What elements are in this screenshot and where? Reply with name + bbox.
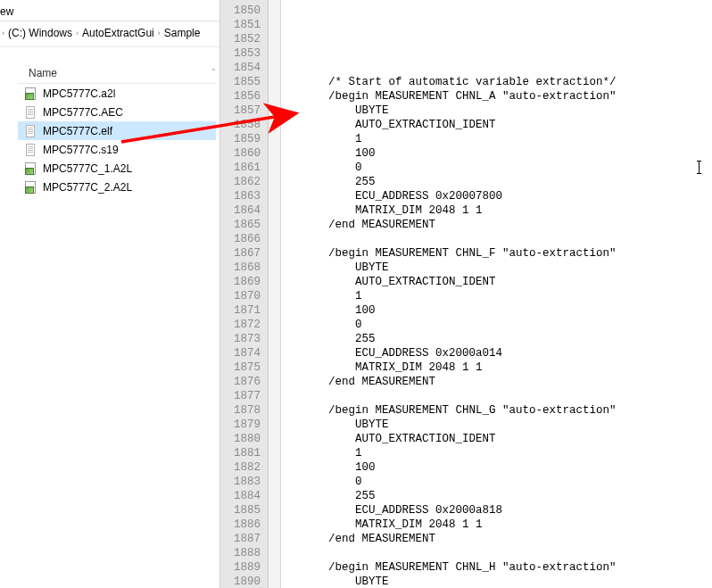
code-line bbox=[288, 232, 712, 246]
code-line: /begin MEASUREMENT CHNL_F "auto-extracti… bbox=[288, 246, 712, 261]
code-line: /end MEASUREMENT bbox=[288, 375, 712, 389]
line-number: 1853 bbox=[220, 46, 268, 61]
editor-margin bbox=[269, 0, 281, 588]
line-number: 1881 bbox=[220, 446, 268, 460]
line-number: 1859 bbox=[220, 132, 268, 146]
line-number: 1866 bbox=[220, 232, 268, 246]
line-number: 1868 bbox=[220, 261, 268, 275]
code-line: 255 bbox=[288, 332, 712, 346]
code-line: UBYTE bbox=[288, 104, 712, 118]
code-line: UBYTE bbox=[288, 418, 712, 432]
file-name: MPC5777C.a2l bbox=[43, 87, 115, 100]
line-number: 1885 bbox=[220, 503, 268, 518]
file-icon bbox=[23, 105, 37, 120]
line-number: 1888 bbox=[220, 546, 268, 560]
file-icon bbox=[23, 124, 37, 138]
file-explorer-pane: ew › (C:) Windows › AutoExtractGui › Sam… bbox=[0, 0, 220, 588]
file-row[interactable]: MPC5777C.elf bbox=[18, 121, 216, 140]
line-number: 1865 bbox=[220, 218, 268, 232]
line-number: 1890 bbox=[220, 575, 268, 588]
line-number: 1875 bbox=[220, 360, 268, 375]
code-line: 255 bbox=[288, 175, 712, 189]
code-line bbox=[288, 61, 712, 75]
line-number: 1880 bbox=[220, 432, 268, 446]
breadcrumb-segment[interactable]: Sample bbox=[164, 27, 201, 39]
code-line: /begin MEASUREMENT CHNL_G "auto-extracti… bbox=[288, 403, 712, 418]
line-number: 1882 bbox=[220, 460, 268, 475]
code-line: UBYTE bbox=[288, 575, 712, 588]
file-a2l-icon bbox=[23, 87, 37, 101]
line-number: 1874 bbox=[220, 346, 268, 360]
file-icon bbox=[23, 143, 37, 157]
breadcrumb-segment[interactable]: AutoExtractGui bbox=[82, 27, 154, 39]
code-line: AUTO_EXTRACTION_IDENT bbox=[288, 275, 712, 289]
code-line: /* Start of automatic variable extractio… bbox=[288, 75, 712, 89]
line-number: 1851 bbox=[220, 18, 268, 32]
line-number: 1870 bbox=[220, 289, 268, 303]
file-a2l-icon bbox=[23, 161, 37, 176]
line-number: 1887 bbox=[220, 532, 268, 546]
breadcrumb[interactable]: › (C:) Windows › AutoExtractGui › Sample bbox=[0, 27, 200, 39]
separator bbox=[0, 21, 220, 21]
line-number: 1877 bbox=[220, 389, 268, 403]
breadcrumb-segment[interactable]: (C:) Windows bbox=[8, 27, 72, 39]
code-line bbox=[288, 546, 712, 560]
line-number: 1850 bbox=[220, 4, 268, 18]
line-number: 1854 bbox=[220, 61, 268, 75]
code-line: 0 bbox=[288, 161, 712, 175]
line-number: 1858 bbox=[220, 118, 268, 132]
code-line: ECU_ADDRESS 0x2000a818 bbox=[288, 503, 712, 518]
file-row[interactable]: MPC5777C.AEC bbox=[18, 103, 216, 121]
code-line: MATRIX_DIM 2048 1 1 bbox=[288, 360, 712, 375]
code-line: /end MEASUREMENT bbox=[288, 218, 712, 232]
file-list-header[interactable]: Name ˄ bbox=[18, 62, 216, 84]
code-line: /end MEASUREMENT bbox=[288, 532, 712, 546]
code-area[interactable]: /* Start of automatic variable extractio… bbox=[281, 0, 712, 588]
file-row[interactable]: MPC5777C.a2l bbox=[18, 84, 216, 103]
column-header-name[interactable]: Name bbox=[18, 67, 158, 79]
code-line: MATRIX_DIM 2048 1 1 bbox=[288, 203, 712, 218]
line-number: 1864 bbox=[220, 203, 268, 218]
line-number: 1856 bbox=[220, 89, 268, 104]
line-number: 1869 bbox=[220, 275, 268, 289]
code-line: 0 bbox=[288, 318, 712, 332]
code-line bbox=[288, 389, 712, 403]
line-number: 1876 bbox=[220, 375, 268, 389]
chevron-right-icon: › bbox=[76, 29, 79, 37]
line-number: 1860 bbox=[220, 146, 268, 161]
line-number: 1861 bbox=[220, 161, 268, 175]
line-number-gutter: 1850185118521853185418551856185718581859… bbox=[220, 0, 269, 588]
chevron-right-icon: › bbox=[158, 29, 161, 37]
view-label: ew bbox=[0, 5, 13, 18]
file-list: Name ˄ MPC5777C.a2lMPC5777C.AECMPC5777C.… bbox=[18, 62, 216, 196]
code-line: /begin MEASUREMENT CHNL_H "auto-extracti… bbox=[288, 560, 712, 575]
code-line: ECU_ADDRESS 0x2000a014 bbox=[288, 346, 712, 360]
line-number: 1855 bbox=[220, 75, 268, 89]
code-line: UBYTE bbox=[288, 261, 712, 275]
line-number: 1871 bbox=[220, 303, 268, 318]
line-number: 1862 bbox=[220, 175, 268, 189]
line-number: 1886 bbox=[220, 518, 268, 532]
code-line: 0 bbox=[288, 475, 712, 489]
code-line: ECU_ADDRESS 0x20007800 bbox=[288, 189, 712, 203]
file-row[interactable]: MPC5777C_1.A2L bbox=[18, 159, 216, 178]
file-a2l-icon bbox=[23, 180, 37, 195]
line-number: 1872 bbox=[220, 318, 268, 332]
line-number: 1889 bbox=[220, 560, 268, 575]
code-line bbox=[288, 46, 712, 61]
line-number: 1883 bbox=[220, 475, 268, 489]
line-number: 1863 bbox=[220, 189, 268, 203]
code-line: /begin MEASUREMENT CHNL_A "auto-extracti… bbox=[288, 89, 712, 104]
code-editor[interactable]: 1850185118521853185418551856185718581859… bbox=[220, 0, 712, 588]
file-row[interactable]: MPC5777C_2.A2L bbox=[18, 178, 216, 196]
chevron-right-icon: › bbox=[2, 29, 4, 37]
code-line: 100 bbox=[288, 460, 712, 475]
code-line: MATRIX_DIM 2048 1 1 bbox=[288, 518, 712, 532]
file-row[interactable]: MPC5777C.s19 bbox=[18, 140, 216, 159]
code-line: AUTO_EXTRACTION_IDENT bbox=[288, 118, 712, 132]
line-number: 1867 bbox=[220, 246, 268, 261]
file-name: MPC5777C.s19 bbox=[43, 144, 119, 156]
separator bbox=[0, 46, 220, 47]
line-number: 1879 bbox=[220, 418, 268, 432]
code-line: 1 bbox=[288, 132, 712, 146]
